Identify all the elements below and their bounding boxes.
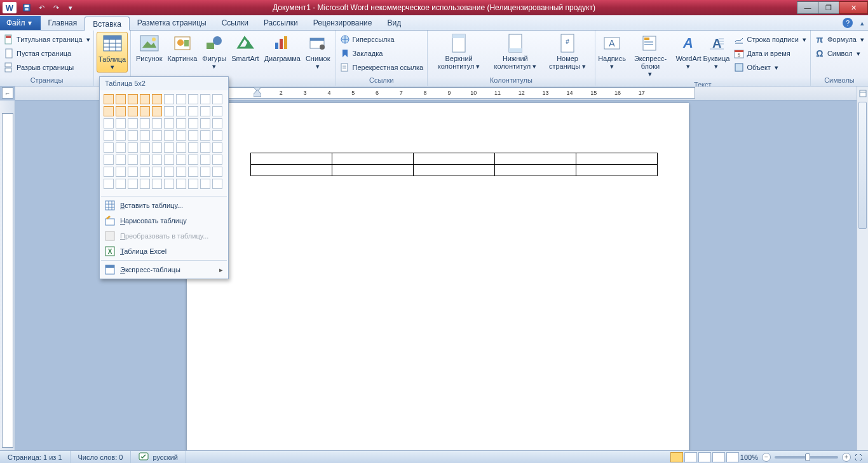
grid-cell[interactable]	[152, 106, 162, 116]
grid-cell[interactable]	[188, 167, 198, 177]
qat-customize-icon[interactable]: ▾	[64, 2, 77, 13]
grid-cell[interactable]	[152, 118, 162, 128]
grid-cell[interactable]	[212, 167, 222, 177]
grid-cell[interactable]	[164, 142, 174, 153]
grid-cell[interactable]	[176, 94, 186, 104]
pagenumber-button[interactable]: #Номер страницы ▾	[543, 32, 592, 71]
grid-cell[interactable]	[128, 142, 138, 153]
bookmark-button[interactable]: Закладка	[339, 47, 425, 60]
grid-cell[interactable]	[176, 155, 186, 165]
grid-cell[interactable]	[152, 155, 162, 165]
tab-home[interactable]: Главная	[41, 16, 85, 30]
datetime-button[interactable]: 5Дата и время	[733, 47, 807, 60]
cover-page-button[interactable]: Титульная страница▾	[3, 33, 92, 46]
grid-cell[interactable]	[164, 167, 174, 177]
zoom-slider-knob[interactable]	[805, 453, 810, 461]
close-button[interactable]: ✕	[839, 1, 868, 14]
grid-cell[interactable]	[116, 106, 126, 116]
grid-cell[interactable]	[212, 118, 222, 128]
grid-cell[interactable]	[104, 179, 114, 189]
minimize-button[interactable]: —	[797, 1, 818, 14]
grid-cell[interactable]	[164, 118, 174, 128]
tab-selector[interactable]: ⌐	[2, 87, 13, 99]
tab-layout[interactable]: Разметка страницы	[130, 16, 214, 30]
grid-cell[interactable]	[188, 118, 198, 128]
ribbon-minimize-icon[interactable]: ▴	[860, 19, 864, 27]
grid-cell[interactable]	[212, 155, 222, 165]
grid-cell[interactable]	[116, 142, 126, 153]
grid-cell[interactable]	[164, 106, 174, 116]
equation-button[interactable]: πФормула▾	[813, 33, 865, 46]
grid-cell[interactable]	[140, 118, 150, 128]
grid-cell[interactable]	[176, 167, 186, 177]
screenshot-button[interactable]: Снимок▾	[303, 32, 333, 71]
grid-cell[interactable]	[212, 106, 222, 116]
view-draft[interactable]	[726, 452, 739, 462]
grid-cell[interactable]	[176, 142, 186, 153]
grid-cell[interactable]	[104, 94, 114, 104]
grid-cell[interactable]	[116, 155, 126, 165]
grid-cell[interactable]	[188, 179, 198, 189]
grid-cell[interactable]	[104, 118, 114, 128]
grid-cell[interactable]	[116, 118, 126, 128]
grid-cell[interactable]	[200, 118, 210, 128]
grid-cell[interactable]	[128, 179, 138, 189]
quick-tables-item[interactable]: Экспресс-таблицы▸	[100, 262, 228, 277]
scrollbar-thumb[interactable]	[858, 102, 867, 229]
grid-cell[interactable]	[104, 106, 114, 116]
qat-redo-icon[interactable]: ↷	[50, 2, 62, 13]
grid-cell[interactable]	[200, 179, 210, 189]
help-icon[interactable]: ?	[843, 18, 853, 28]
quickparts-button[interactable]: Экспресс-блоки▾	[627, 32, 675, 79]
status-language[interactable]: русский	[131, 451, 186, 463]
grid-cell[interactable]	[140, 142, 150, 153]
grid-cell[interactable]	[176, 130, 186, 141]
textbox-button[interactable]: AНадпись▾	[598, 32, 627, 71]
picture-button[interactable]: Рисунок	[133, 32, 165, 64]
grid-cell[interactable]	[200, 155, 210, 165]
wordart-button[interactable]: AWordArt▾	[674, 32, 702, 71]
blank-page-button[interactable]: Пустая страница	[3, 47, 92, 60]
grid-cell[interactable]	[188, 94, 198, 104]
grid-cell[interactable]	[176, 106, 186, 116]
tab-insert[interactable]: Вставка	[85, 17, 130, 31]
grid-cell[interactable]	[104, 167, 114, 177]
grid-cell[interactable]	[164, 155, 174, 165]
vertical-scrollbar[interactable]	[857, 100, 868, 450]
header-button[interactable]: Верхний колонтитул ▾	[430, 32, 487, 71]
crossref-button[interactable]: Перекрестная ссылка	[339, 61, 425, 74]
signature-line-button[interactable]: Строка подписи▾	[733, 33, 807, 46]
grid-cell[interactable]	[176, 118, 186, 128]
grid-cell[interactable]	[188, 130, 198, 141]
grid-cell[interactable]	[164, 179, 174, 189]
grid-cell[interactable]	[152, 167, 162, 177]
grid-cell[interactable]	[188, 142, 198, 153]
grid-cell[interactable]	[164, 130, 174, 141]
grid-cell[interactable]	[140, 155, 150, 165]
grid-cell[interactable]	[200, 142, 210, 153]
grid-cell[interactable]	[200, 106, 210, 116]
grid-cell[interactable]	[116, 167, 126, 177]
zoom-value[interactable]: 100%	[740, 453, 758, 461]
view-web[interactable]	[698, 452, 711, 462]
grid-cell[interactable]	[128, 94, 138, 104]
maximize-button[interactable]: ❐	[818, 1, 839, 14]
grid-cell[interactable]	[140, 94, 150, 104]
chart-button[interactable]: Диаграмма	[262, 32, 303, 64]
grid-cell[interactable]	[164, 94, 174, 104]
grid-cell[interactable]	[212, 142, 222, 153]
status-words[interactable]: Число слов: 0	[71, 451, 132, 463]
excel-table-item[interactable]: XТаблица Excel	[100, 244, 228, 259]
table-size-grid[interactable]	[100, 90, 228, 195]
grid-cell[interactable]	[104, 142, 114, 153]
tab-review[interactable]: Рецензирование	[306, 16, 380, 30]
hyperlink-button[interactable]: Гиперссылка	[339, 33, 425, 46]
grid-cell[interactable]	[116, 179, 126, 189]
grid-cell[interactable]	[140, 130, 150, 141]
object-button[interactable]: Объект▾	[733, 61, 807, 74]
clipart-button[interactable]: Картинка	[165, 32, 200, 64]
view-fullscreen[interactable]	[684, 452, 697, 462]
document-table[interactable]	[250, 153, 658, 176]
tab-view[interactable]: Вид	[379, 16, 409, 30]
grid-cell[interactable]	[128, 106, 138, 116]
